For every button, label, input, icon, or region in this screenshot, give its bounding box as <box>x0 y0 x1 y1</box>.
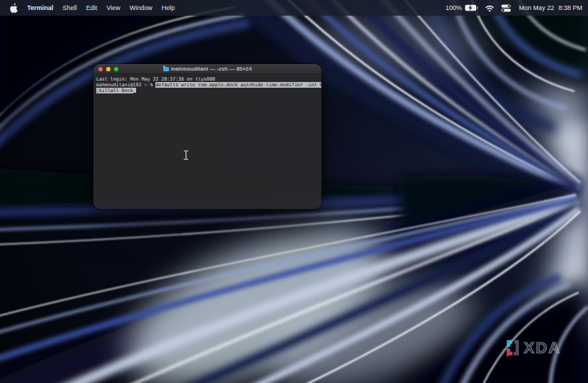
wifi-icon[interactable] <box>485 4 495 12</box>
terminal-line-last-login: Last login: Mon May 22 20:37:38 on ttys0… <box>96 76 321 82</box>
selected-command-part2: ;killall Dock <box>96 88 133 93</box>
folder-icon <box>163 67 169 71</box>
menu-bar: Terminal Shell Edit View Window Help 100… <box>0 0 588 16</box>
menu-item-window[interactable]: Window <box>130 4 153 11</box>
text-cursor-ibeam-icon <box>182 150 190 160</box>
xda-logo-icon <box>504 338 521 357</box>
menu-clock-time[interactable]: 8:38 PM <box>558 4 582 11</box>
menu-item-help[interactable]: Help <box>162 4 175 11</box>
apple-logo-icon <box>10 4 18 13</box>
apple-menu[interactable] <box>10 4 18 13</box>
close-icon[interactable] <box>98 67 103 71</box>
terminal-content[interactable]: Last login: Mon May 22 20:37:38 on ttys0… <box>93 74 321 93</box>
menu-item-app-name[interactable]: Terminal <box>27 4 53 11</box>
menu-item-edit[interactable]: Edit <box>86 4 98 11</box>
terminal-block-cursor <box>133 88 136 93</box>
menu-item-shell[interactable]: Shell <box>63 4 77 11</box>
control-center-icon[interactable] <box>501 4 511 12</box>
desktop: Terminal Shell Edit View Window Help 100… <box>0 0 588 383</box>
battery-charging-icon[interactable] <box>465 4 478 11</box>
xda-watermark: XDA <box>504 338 561 357</box>
terminal-title-bar[interactable]: mahmouditani — -zsh — 80×24 <box>93 64 321 74</box>
menu-clock-date[interactable]: Mon May 22 <box>519 4 555 11</box>
battery-percent-label: 100% <box>445 4 462 11</box>
terminal-window[interactable]: mahmouditani — -zsh — 80×24 Last login: … <box>93 64 321 209</box>
zoom-icon[interactable] <box>114 67 118 71</box>
terminal-line-command-wrap: ;killall Dock <box>96 88 321 93</box>
xda-watermark-text: XDA <box>524 340 561 356</box>
window-controls <box>93 64 118 74</box>
menu-item-view[interactable]: View <box>106 4 120 11</box>
terminal-line-prompt: mahmouditani@192 ~ % defaults write com.… <box>96 82 321 88</box>
window-title: mahmouditani — -zsh — 80×24 <box>163 66 252 72</box>
minimize-icon[interactable] <box>106 67 110 71</box>
prompt-text: mahmouditani@192 ~ % <box>96 82 155 88</box>
window-title-text: mahmouditani — -zsh — 80×24 <box>171 66 252 72</box>
last-login-text: Last login: Mon May 22 20:37:38 on ttys0… <box>96 76 215 82</box>
selected-command-part1: defaults write com.apple.dock autohide-t… <box>155 82 321 88</box>
